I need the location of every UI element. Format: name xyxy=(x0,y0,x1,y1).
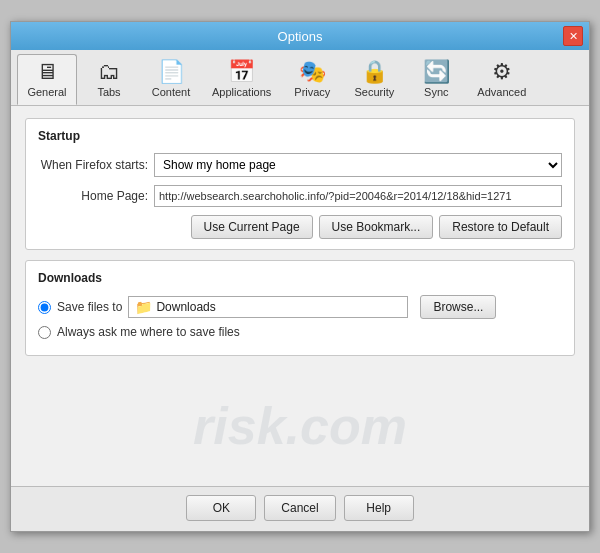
save-path-text: Downloads xyxy=(156,300,215,314)
content-icon: 📄 xyxy=(158,61,185,83)
tab-applications[interactable]: 📅 Applications xyxy=(203,54,280,105)
applications-icon: 📅 xyxy=(228,61,255,83)
tab-security-label: Security xyxy=(354,86,394,98)
tab-sync-label: Sync xyxy=(424,86,448,98)
sync-icon: 🔄 xyxy=(423,61,450,83)
save-path-wrapper: 📁 Downloads xyxy=(128,296,408,318)
use-current-button[interactable]: Use Current Page xyxy=(191,215,313,239)
save-files-radio[interactable] xyxy=(38,301,51,314)
tab-advanced-label: Advanced xyxy=(477,86,526,98)
tab-applications-label: Applications xyxy=(212,86,271,98)
close-button[interactable]: ✕ xyxy=(563,26,583,46)
startup-select[interactable]: Show my home page xyxy=(154,153,562,177)
save-files-label: Save files to xyxy=(57,300,122,314)
when-label: When Firefox starts: xyxy=(38,158,148,172)
tabs-icon: 🗂 xyxy=(98,61,120,83)
tab-advanced[interactable]: ⚙ Advanced xyxy=(468,54,535,105)
main-content: risk.com Startup When Firefox starts: Sh… xyxy=(11,106,589,486)
downloads-title: Downloads xyxy=(38,271,562,285)
folder-icon: 📁 xyxy=(135,299,152,315)
help-button[interactable]: Help xyxy=(344,495,414,521)
tab-sync[interactable]: 🔄 Sync xyxy=(406,54,466,105)
tab-privacy[interactable]: 🎭 Privacy xyxy=(282,54,342,105)
home-page-input[interactable] xyxy=(154,185,562,207)
tab-content-label: Content xyxy=(152,86,191,98)
tab-general-label: General xyxy=(27,86,66,98)
startup-section: Startup When Firefox starts: Show my hom… xyxy=(25,118,575,250)
watermark: risk.com xyxy=(193,396,407,456)
always-ask-row: Always ask me where to save files xyxy=(38,325,562,339)
startup-when-row: When Firefox starts: Show my home page xyxy=(38,153,562,177)
tab-tabs[interactable]: 🗂 Tabs xyxy=(79,54,139,105)
general-icon: 🖥 xyxy=(36,61,58,83)
restore-default-button[interactable]: Restore to Default xyxy=(439,215,562,239)
tab-content[interactable]: 📄 Content xyxy=(141,54,201,105)
save-files-row: Save files to 📁 Downloads Browse... xyxy=(38,295,562,319)
privacy-icon: 🎭 xyxy=(299,61,326,83)
home-label: Home Page: xyxy=(38,189,148,203)
tab-privacy-label: Privacy xyxy=(294,86,330,98)
tab-general[interactable]: 🖥 General xyxy=(17,54,77,105)
use-bookmark-button[interactable]: Use Bookmark... xyxy=(319,215,434,239)
always-ask-label: Always ask me where to save files xyxy=(57,325,240,339)
downloads-section: Downloads Save files to 📁 Downloads Brow… xyxy=(25,260,575,356)
security-icon: 🔒 xyxy=(361,61,388,83)
home-page-row: Home Page: xyxy=(38,185,562,207)
advanced-icon: ⚙ xyxy=(492,61,512,83)
startup-buttons: Use Current Page Use Bookmark... Restore… xyxy=(38,215,562,239)
cancel-button[interactable]: Cancel xyxy=(264,495,335,521)
always-ask-radio[interactable] xyxy=(38,326,51,339)
options-window: Options ✕ 🖥 General 🗂 Tabs 📄 Content 📅 A… xyxy=(10,21,590,532)
ok-button[interactable]: OK xyxy=(186,495,256,521)
tab-security[interactable]: 🔒 Security xyxy=(344,54,404,105)
bottom-bar: OK Cancel Help xyxy=(11,486,589,531)
tab-tabs-label: Tabs xyxy=(97,86,120,98)
startup-title: Startup xyxy=(38,129,562,143)
tab-bar: 🖥 General 🗂 Tabs 📄 Content 📅 Application… xyxy=(11,50,589,106)
browse-button[interactable]: Browse... xyxy=(420,295,496,319)
window-title: Options xyxy=(278,29,323,44)
title-bar: Options ✕ xyxy=(11,22,589,50)
